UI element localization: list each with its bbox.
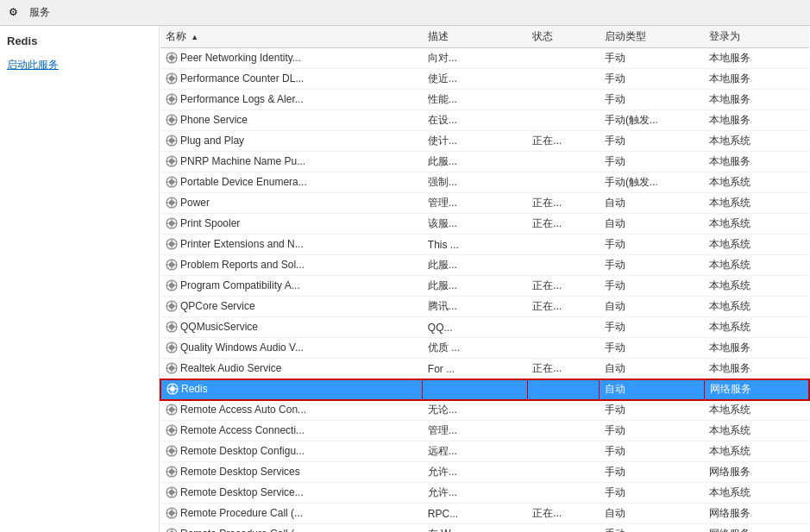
table-row[interactable]: Remote Procedure Call (...RPC...正在...自动网… (160, 504, 809, 524)
service-start-type: 手动 (600, 441, 705, 462)
service-name: Print Spooler (160, 214, 423, 235)
service-icon (166, 197, 178, 209)
table-row[interactable]: Program Compatibility A...此服...正在...手动本地… (160, 276, 809, 297)
table-row[interactable]: Phone Service在设...手动(触发...本地服务 (160, 110, 809, 131)
service-login: 网络服务 (704, 379, 809, 400)
header-login[interactable]: 登录为 (704, 26, 809, 48)
header-name[interactable]: 名称 ▲ (160, 26, 423, 48)
header-start[interactable]: 启动类型 (600, 26, 705, 48)
sidebar-title: Redis (7, 34, 152, 47)
table-row[interactable]: Performance Counter DL...使近...手动本地服务 (160, 69, 809, 90)
table-row[interactable]: Quality Windows Audio V...优质 ...手动本地服务 (160, 338, 809, 359)
service-desc: 此服... (423, 255, 528, 276)
service-login: 本地系统 (704, 214, 809, 235)
table-row[interactable]: Realtek Audio ServiceFor ...正在...自动本地服务 (160, 359, 809, 379)
service-start-type: 手动 (600, 255, 705, 276)
start-service-link[interactable]: 启动此服务 (7, 58, 152, 72)
service-icon (166, 404, 178, 416)
table-row[interactable]: Redis自动网络服务 (160, 379, 809, 400)
service-login: 本地系统 (704, 483, 809, 504)
service-start-type: 手动 (600, 421, 705, 441)
service-name: QQMusicService (160, 317, 423, 338)
service-desc: 远程... (423, 441, 528, 462)
service-icon (166, 445, 178, 457)
service-start-type: 自动 (600, 504, 705, 524)
table-row[interactable]: Remote Access Auto Con...无论...手动本地系统 (160, 400, 809, 421)
table-row[interactable]: Print Spooler该服...正在...自动本地系统 (160, 214, 809, 235)
service-desc: 此服... (423, 276, 528, 297)
service-status (527, 441, 600, 462)
service-status (527, 235, 600, 255)
service-status (527, 421, 600, 441)
svg-point-1 (169, 55, 174, 60)
service-login: 本地服务 (704, 338, 809, 359)
service-start-type: 自动 (600, 214, 705, 235)
service-start-type: 手动 (600, 152, 705, 172)
service-desc: 无论... (423, 400, 528, 421)
service-login: 本地服务 (704, 90, 809, 110)
table-body: Peer Networking Identity...向对...手动本地服务 P… (160, 48, 809, 533)
service-icon (166, 114, 178, 126)
service-desc: 在设... (423, 110, 528, 131)
service-status (527, 338, 600, 359)
service-name: Performance Logs & Aler... (160, 90, 423, 110)
service-login: 本地系统 (704, 297, 809, 317)
table-row[interactable]: Remote Procedure Call (...在 W...手动网络服务 (160, 524, 809, 533)
table-row[interactable]: QPCore Service腾讯...正在...自动本地系统 (160, 297, 809, 317)
service-login: 本地服务 (704, 152, 809, 172)
service-icon (166, 238, 178, 250)
service-start-type: 自动 (600, 193, 705, 214)
service-desc: 管理... (423, 193, 528, 214)
service-desc: 此服... (423, 152, 528, 172)
service-status (527, 110, 600, 131)
svg-point-73 (169, 304, 174, 309)
service-icon (166, 72, 178, 84)
header-status[interactable]: 状态 (527, 26, 600, 48)
svg-point-109 (169, 428, 174, 433)
service-desc: 管理... (423, 421, 528, 441)
table-row[interactable]: Plug and Play使计...正在...手动本地系统 (160, 131, 809, 152)
table-row[interactable]: Peer Networking Identity...向对...手动本地服务 (160, 48, 809, 69)
service-login: 本地服务 (704, 359, 809, 379)
table-row[interactable]: Remote Desktop Configu...远程...手动本地系统 (160, 441, 809, 462)
header-desc[interactable]: 描述 (423, 26, 528, 48)
table-row[interactable]: Performance Logs & Aler...性能...手动本地服务 (160, 90, 809, 110)
service-icon (166, 507, 178, 519)
title-bar-text: 服务 (29, 5, 50, 20)
svg-point-79 (169, 324, 174, 329)
table-row[interactable]: Power管理...正在...自动本地系统 (160, 193, 809, 214)
service-login: 网络服务 (704, 462, 809, 483)
table-row[interactable]: Remote Desktop Services允许...手动网络服务 (160, 462, 809, 483)
service-desc: 允许... (423, 483, 528, 504)
service-start-type: 自动 (600, 297, 705, 317)
service-start-type: 手动 (600, 276, 705, 297)
svg-point-67 (169, 283, 174, 288)
service-desc: 性能... (423, 90, 528, 110)
service-name: Power (160, 193, 423, 214)
service-status: 正在... (527, 276, 600, 297)
service-start-type: 手动 (600, 48, 705, 69)
service-start-type: 手动 (600, 524, 705, 533)
service-status: 正在... (527, 504, 600, 524)
table-row[interactable]: Portable Device Enumera...强制...手动(触发...本… (160, 172, 809, 193)
table-row[interactable]: Problem Reports and Sol...此服...手动本地系统 (160, 255, 809, 276)
service-status (527, 152, 600, 172)
service-desc: 使近... (423, 69, 528, 90)
service-icon (166, 528, 178, 532)
service-status: 正在... (527, 214, 600, 235)
svg-point-7 (169, 76, 174, 81)
service-desc: 允许... (423, 462, 528, 483)
table-row[interactable]: Remote Access Connecti...管理...手动本地系统 (160, 421, 809, 441)
table-row[interactable]: Printer Extensions and N...This ...手动本地系… (160, 235, 809, 255)
service-start-type: 手动 (600, 90, 705, 110)
service-status (527, 483, 600, 504)
service-icon (166, 135, 178, 147)
service-desc: For ... (423, 359, 528, 379)
table-row[interactable]: PNRP Machine Name Pu...此服...手动本地服务 (160, 152, 809, 172)
table-row[interactable]: Remote Desktop Service...允许...手动本地系统 (160, 483, 809, 504)
service-name: Phone Service (160, 110, 423, 131)
title-bar-icon: ⚙ (9, 6, 22, 20)
svg-point-43 (169, 200, 174, 205)
table-row[interactable]: QQMusicServiceQQ...手动本地系统 (160, 317, 809, 338)
svg-point-85 (169, 345, 174, 350)
